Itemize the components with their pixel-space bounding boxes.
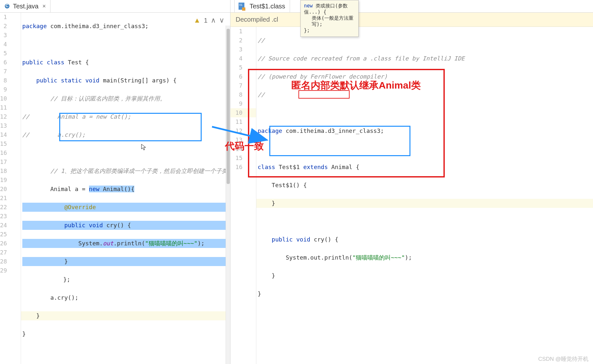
line-number: 6 [0,58,21,67]
line-number: 7 [0,67,21,76]
close-icon[interactable]: × [42,3,46,10]
line-number: 14 [230,145,256,154]
line-number: 16 [0,148,21,157]
line-number: 7 [230,81,256,90]
hint-text: 类体(一般是方法重写); [304,15,355,27]
line-number: 4 [230,54,256,63]
line-number: 5 [0,49,21,58]
line-number: 25 [0,230,21,239]
line-number: 24 [0,221,21,230]
tab-test-java[interactable]: Test.java × [0,0,50,12]
hint-text: }; [304,27,355,33]
line-number: 11 [0,103,21,112]
line-number: 15 [230,154,256,163]
line-number: 6 [230,72,256,81]
line-number: 10 [0,94,21,103]
line-number: 18 [0,166,21,176]
line-number: 13 [230,135,256,145]
line-number: 15 [0,139,21,148]
line-number: 17 [0,157,21,166]
line-number: 22 [0,203,21,212]
line-number: 1 [0,13,21,22]
bytecode-file-icon [239,3,244,10]
mouse-cursor-icon [141,144,146,151]
left-tabbar: Test.java × [0,0,230,13]
line-number: 12 [0,112,21,121]
line-number: 29 [0,266,21,275]
left-editor[interactable]: 1 2 3 4 5 6 7 8 9 10 11 12 13 14 15 16 1… [0,13,230,364]
tab-label: Test$1.class [250,3,285,10]
right-tabbar: Test$1.class [230,0,593,13]
line-number: 13 [0,121,21,130]
right-editor[interactable]: 1 2 3 4 5 6 7 8 9 10 11 12 13 14 15 16 /… [230,27,593,364]
line-number: 2 [230,36,256,45]
left-editor-pane: Test.java × ▲ 1 ∧ ∨ 1 2 3 4 5 6 7 8 9 10… [0,0,230,364]
hint-keyword: new [304,3,313,9]
line-number: 16 [230,163,256,172]
line-number: 26 [0,239,21,248]
tab-test1-class[interactable]: Test$1.class [234,0,290,12]
right-gutter: 1 2 3 4 5 6 7 8 9 10 11 12 13 14 15 16 [230,27,256,364]
decompiled-banner: Decompiled .cl [230,13,593,27]
line-number: 11 [230,117,256,126]
line-number: 27 [0,248,21,257]
left-gutter: 1 2 3 4 5 6 7 8 9 10 11 12 13 14 15 16 1… [0,13,21,364]
line-number: 10 [230,108,256,117]
line-number: 8 [230,90,256,99]
right-code-area[interactable]: // // Source code recreated from a .clas… [256,27,593,364]
tab-label: Test.java [13,3,39,10]
line-number: 28 [0,257,21,266]
left-scrollbar[interactable] [226,26,230,364]
line-number: 2 [0,22,21,31]
line-number: 5 [230,63,256,72]
line-number: 9 [230,99,256,108]
left-code-area[interactable]: package com.itheima.d3_inner_class3; pub… [21,13,230,364]
watermark: CSDN @睡觉待开机 [538,355,588,363]
annotation-box-outer [248,69,445,177]
line-number: 3 [230,45,256,54]
line-number: 4 [0,40,21,49]
line-number: 1 [230,27,256,36]
line-number: 21 [0,194,21,203]
line-number: 14 [0,130,21,139]
banner-text: Decompiled .cl [236,16,278,23]
line-number: 12 [230,126,256,135]
code-hint-popup: new 类或接口(参数值...) { 类体(一般是方法重写); }; [300,0,359,37]
line-number: 20 [0,185,21,194]
line-number: 23 [0,212,21,221]
line-number: 3 [0,31,21,40]
line-number: 19 [0,176,21,185]
class-file-icon [4,3,10,9]
line-number: 9 [0,85,21,94]
right-editor-pane: Test$1.class Decompiled .cl 1 2 3 4 5 6 … [230,0,593,364]
line-number: 8 [0,76,21,85]
